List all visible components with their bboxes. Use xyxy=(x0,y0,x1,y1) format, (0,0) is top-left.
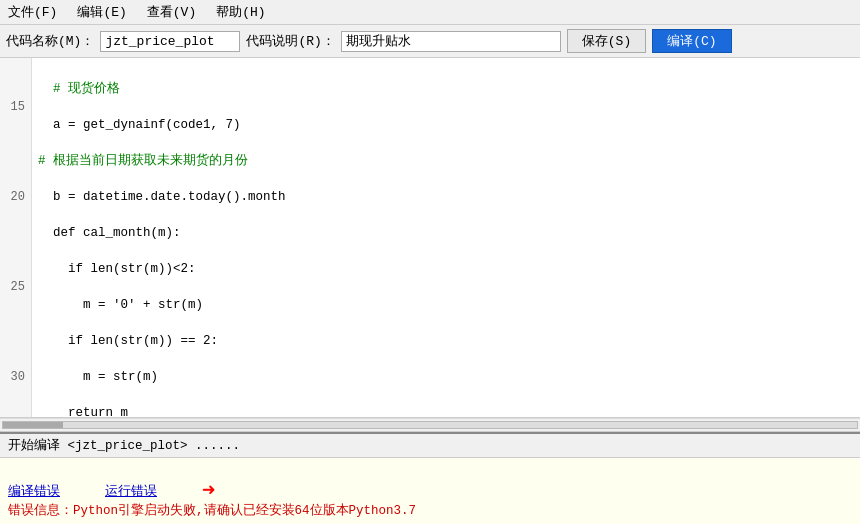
horizontal-scrollbar[interactable] xyxy=(0,418,860,432)
runtime-error-link[interactable]: 运行错误 xyxy=(105,485,157,499)
output-content: 编译错误 运行错误 ➜ 错误信息：Python引擎启动失败,请确认已经安装64位… xyxy=(0,458,860,524)
menu-bar: 文件(F) 编辑(E) 查看(V) 帮助(H) xyxy=(0,0,860,25)
desc-label: 代码说明(R)： xyxy=(246,32,334,50)
scroll-track[interactable] xyxy=(2,421,858,429)
output-line-errors: 编译错误 运行错误 ➜ xyxy=(8,480,852,502)
code-text[interactable]: # 现货价格 a = get_dynainf(code1, 7) # 根据当前日… xyxy=(32,58,860,417)
toolbar: 代码名称(M)： 代码说明(R)： 保存(S) 编译(C) xyxy=(0,25,860,58)
compile-button[interactable]: 编译(C) xyxy=(652,29,731,53)
code-desc-input[interactable] xyxy=(341,31,561,52)
menu-edit[interactable]: 编辑(E) xyxy=(73,2,130,22)
name-label: 代码名称(M)： xyxy=(6,32,94,50)
output-line-blank xyxy=(8,461,852,480)
code-name-input[interactable] xyxy=(100,31,240,52)
line-numbers: 15 20 25 30 xyxy=(0,58,32,417)
scroll-thumb[interactable] xyxy=(3,422,63,428)
menu-help[interactable]: 帮助(H) xyxy=(212,2,269,22)
menu-file[interactable]: 文件(F) xyxy=(4,2,61,22)
code-editor: 15 20 25 30 # 现货价格 a = get_dynainf(code1… xyxy=(0,58,860,418)
output-panel: 开始编译 <jzt_price_plot> ...... 编译错误 运行错误 ➜… xyxy=(0,432,860,524)
menu-view[interactable]: 查看(V) xyxy=(143,2,200,22)
arrow-icon: ➜ xyxy=(202,479,215,504)
output-error-message: 错误信息：Python引擎启动失败,请确认已经安装64位版本Python3.7 xyxy=(8,502,852,521)
output-header: 开始编译 <jzt_price_plot> ...... xyxy=(0,434,860,458)
compile-error-link[interactable]: 编译错误 xyxy=(8,485,60,499)
save-button[interactable]: 保存(S) xyxy=(567,29,646,53)
